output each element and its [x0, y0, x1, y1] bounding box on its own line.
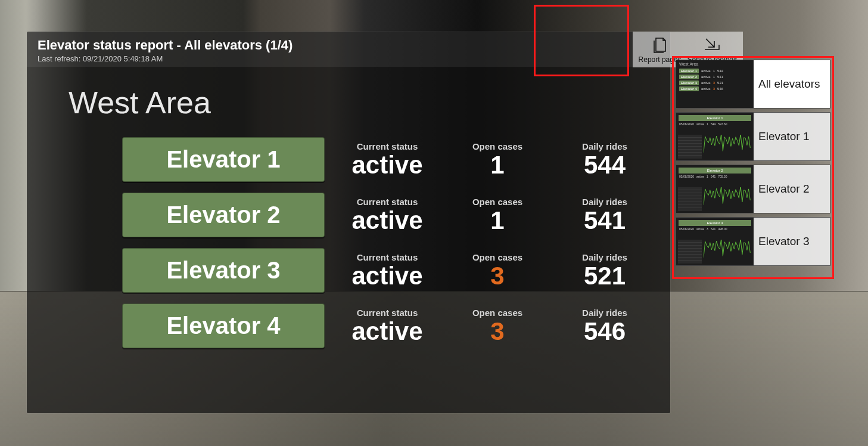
- panel-header: Elevator status report - All elevators (…: [27, 32, 670, 67]
- metric-open-cases: Open cases 1: [450, 141, 545, 178]
- metric-status: Current status active: [337, 141, 438, 178]
- metric-label: Open cases: [450, 197, 545, 207]
- elevator-button[interactable]: Elevator 1: [122, 137, 325, 182]
- panel-title: Elevator status report - All elevators (…: [38, 38, 659, 53]
- thumb-preview-chart: Elevator 105/08/2020active1544597.60: [676, 113, 754, 160]
- thumb-label: Elevator 3: [754, 218, 830, 265]
- last-refresh: Last refresh: 09/21/2020 5:49:18 AM: [38, 54, 659, 63]
- thumb-label: All elevators: [754, 60, 830, 108]
- metric-daily-rides: Daily rides 521: [557, 252, 652, 289]
- metric-status: Current status active: [337, 308, 438, 344]
- metric-open-cases: Open cases 1: [450, 197, 545, 233]
- metric-label: Current status: [337, 308, 438, 318]
- elevator-row: Elevator 3 Current status active Open ca…: [122, 248, 634, 293]
- metric-label: Open cases: [450, 252, 545, 262]
- open-cases-value: 1: [450, 208, 545, 233]
- metric-label: Current status: [337, 197, 438, 207]
- elevator-button[interactable]: Elevator 2: [122, 193, 325, 237]
- open-cases-value: 1: [450, 153, 545, 178]
- metric-label: Current status: [337, 141, 438, 151]
- report-pages-button[interactable]: Report pages: [639, 35, 682, 64]
- daily-rides-value: 541: [557, 208, 652, 233]
- daily-rides-value: 546: [557, 319, 652, 344]
- metric-daily-rides: Daily rides 546: [557, 308, 652, 344]
- area-title: West Area: [27, 67, 670, 126]
- thumb-label: Elevator 2: [754, 165, 830, 213]
- report-pages-flyout: West AreaElevator 1active1544Elevator 2a…: [676, 60, 830, 270]
- report-pages-label: Report pages: [639, 55, 682, 64]
- metric-open-cases: Open cases 3: [450, 252, 545, 289]
- elevator-row: Elevator 2 Current status active Open ca…: [122, 193, 634, 237]
- daily-rides-value: 521: [557, 264, 652, 289]
- thumb-label: Elevator 1: [754, 113, 830, 160]
- metric-status: Current status active: [337, 197, 438, 233]
- metric-label: Daily rides: [557, 252, 652, 262]
- elevator-row: Elevator 4 Current status active Open ca…: [122, 303, 634, 348]
- status-value: active: [337, 153, 438, 178]
- metric-open-cases: Open cases 3: [450, 308, 545, 344]
- thumb-preview-chart: Elevator 305/08/2020active3521498.00: [676, 218, 754, 265]
- metric-label: Daily rides: [557, 308, 652, 318]
- status-value: active: [337, 208, 438, 233]
- thumb-preview-chart: Elevator 205/08/2020active1541705.50: [676, 165, 754, 213]
- elevator-rows: Elevator 1 Current status active Open ca…: [27, 137, 670, 348]
- thumb-item[interactable]: West AreaElevator 1active1544Elevator 2a…: [676, 60, 830, 109]
- open-cases-value: 3: [450, 319, 545, 344]
- metric-label: Current status: [337, 252, 438, 262]
- metric-daily-rides: Daily rides 544: [557, 141, 652, 178]
- refresh-prefix: Last refresh:: [38, 54, 83, 63]
- thumb-item[interactable]: Elevator 205/08/2020active1541705.50Elev…: [676, 165, 830, 213]
- refresh-time: 09/21/2020 5:49:18 AM: [83, 54, 163, 63]
- elevator-button[interactable]: Elevator 3: [122, 248, 325, 293]
- thumb-preview-summary: West AreaElevator 1active1544Elevator 2a…: [676, 60, 754, 108]
- report-panel: Elevator status report - All elevators (…: [27, 32, 670, 413]
- metric-label: Daily rides: [557, 197, 652, 207]
- metric-daily-rides: Daily rides 541: [557, 197, 652, 233]
- pages-icon: [639, 35, 682, 54]
- elevator-button[interactable]: Elevator 4: [122, 303, 325, 348]
- metric-label: Open cases: [450, 308, 545, 318]
- status-value: active: [337, 319, 438, 344]
- thumb-item[interactable]: Elevator 305/08/2020active3521498.00Elev…: [676, 217, 830, 266]
- thumb-item[interactable]: Elevator 105/08/2020active1544597.60Elev…: [676, 112, 830, 161]
- daily-rides-value: 544: [557, 153, 652, 178]
- metric-status: Current status active: [337, 252, 438, 289]
- metric-label: Daily rides: [557, 141, 652, 151]
- elevator-row: Elevator 1 Current status active Open ca…: [122, 137, 634, 182]
- status-value: active: [337, 264, 438, 289]
- metric-label: Open cases: [450, 141, 545, 151]
- send-icon: [687, 35, 737, 54]
- open-cases-value: 3: [450, 264, 545, 289]
